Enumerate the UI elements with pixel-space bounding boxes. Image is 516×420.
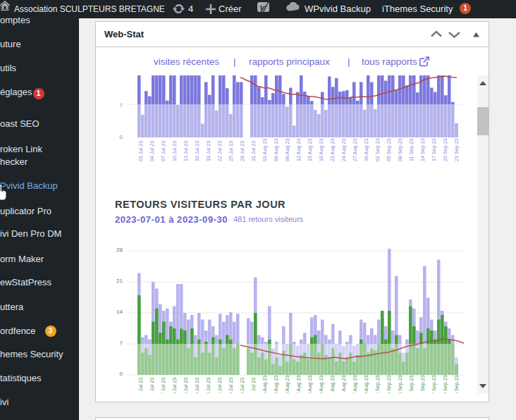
svg-text:08 Sep 23: 08 Sep 23 [397, 375, 403, 393]
svg-text:16 Jul 23: 16 Jul 23 [194, 378, 200, 393]
svg-text:03 Aug 23: 03 Aug 23 [262, 139, 268, 161]
svg-text:24 Aug 23: 24 Aug 23 [340, 139, 347, 161]
svg-text:17 Sep 23: 17 Sep 23 [431, 138, 437, 161]
svg-text:18 Jul 23: 18 Jul 23 [205, 141, 211, 161]
svg-text:11 Sep 23: 11 Sep 23 [408, 139, 414, 161]
svg-text:14 Sep 23: 14 Sep 23 [419, 375, 426, 393]
svg-text:28 Jul 23: 28 Jul 23 [239, 141, 245, 161]
svg-text:12 Aug 23: 12 Aug 23 [295, 139, 302, 161]
svg-text:y: y [259, 2, 266, 13]
svg-text:2023-07-01 à 2023-09-30: 2023-07-01 à 2023-09-30 [115, 214, 228, 225]
svg-text:20 Sep 23: 20 Sep 23 [442, 138, 448, 161]
svg-text:27 Aug 23: 27 Aug 23 [352, 376, 358, 393]
svg-text:02 Sep 23: 02 Sep 23 [374, 375, 381, 393]
svg-text:13 Jul 23: 13 Jul 23 [183, 378, 189, 393]
svg-text:25 Jul 23: 25 Jul 23 [228, 378, 234, 393]
svg-text:21 Aug 23: 21 Aug 23 [329, 139, 336, 161]
svg-text:24 Aug 23: 24 Aug 23 [340, 376, 347, 393]
svg-text:05 Sep 23: 05 Sep 23 [386, 375, 392, 393]
svg-text:08 Sep 23: 08 Sep 23 [397, 138, 403, 161]
svg-text:7: 7 [120, 340, 123, 346]
svg-text:22 Jul 23: 22 Jul 23 [216, 141, 223, 161]
svg-text:16 Jul 23: 16 Jul 23 [194, 141, 200, 161]
svg-text:17 Sep 23: 17 Sep 23 [431, 375, 437, 393]
svg-text:04 Jul 23: 04 Jul 23 [149, 141, 155, 161]
svg-text:12 Aug 23: 12 Aug 23 [295, 376, 302, 393]
svg-text:20 Sep 23: 20 Sep 23 [442, 375, 448, 393]
svg-text:0: 0 [120, 371, 123, 377]
svg-text:21 Aug 23: 21 Aug 23 [329, 376, 336, 393]
svg-text:02 Sep 23: 02 Sep 23 [374, 138, 381, 161]
svg-text:14: 14 [116, 309, 123, 315]
svg-text:08 Aug 23: 08 Aug 23 [284, 376, 290, 393]
svg-text:06 Aug 23: 06 Aug 23 [273, 139, 279, 161]
svg-text:03 Aug 23: 03 Aug 23 [262, 376, 268, 393]
svg-text:31 Jul 23: 31 Jul 23 [250, 378, 257, 393]
svg-text:15 Aug 23: 15 Aug 23 [307, 139, 313, 161]
svg-text:22 Jul 23: 22 Jul 23 [216, 378, 223, 393]
svg-text:15 Aug 23: 15 Aug 23 [307, 376, 313, 393]
svg-text:28: 28 [116, 247, 123, 253]
svg-text:14 Sep 23: 14 Sep 23 [419, 138, 426, 161]
svg-text:08 Aug 23: 08 Aug 23 [284, 139, 290, 161]
svg-text:27 Aug 23: 27 Aug 23 [352, 139, 358, 161]
svg-text:23 Sep 23: 23 Sep 23 [453, 375, 460, 393]
svg-text:481 retours visiteurs: 481 retours visiteurs [233, 215, 304, 223]
svg-text:10 Jul 23: 10 Jul 23 [171, 141, 178, 161]
svg-text:01 Jul 23: 01 Jul 23 [137, 141, 144, 161]
svg-text:28 Jul 23: 28 Jul 23 [239, 378, 245, 393]
svg-text:25 Jul 23: 25 Jul 23 [228, 141, 234, 161]
svg-text:01 Jul 23: 01 Jul 23 [137, 378, 144, 393]
svg-text:13 Jul 23: 13 Jul 23 [183, 141, 189, 161]
svg-text:11 Sep 23: 11 Sep 23 [408, 376, 414, 393]
svg-text:0: 0 [120, 134, 123, 140]
svg-text:18 Aug 23: 18 Aug 23 [318, 376, 324, 393]
svg-text:05 Sep 23: 05 Sep 23 [386, 138, 392, 161]
svg-text:23 Sep 23: 23 Sep 23 [453, 138, 460, 161]
svg-text:30 Aug 23: 30 Aug 23 [363, 139, 369, 161]
svg-text:07 Jul 23: 07 Jul 23 [160, 141, 166, 161]
svg-text:31 Jul 23: 31 Jul 23 [250, 141, 257, 161]
svg-text:07 Jul 23: 07 Jul 23 [160, 378, 166, 393]
svg-text:04 Jul 23: 04 Jul 23 [149, 378, 155, 393]
svg-text:30 Aug 23: 30 Aug 23 [363, 376, 369, 393]
svg-text:18 Aug 23: 18 Aug 23 [318, 139, 324, 161]
svg-text:10 Jul 23: 10 Jul 23 [171, 378, 178, 393]
svg-text:7: 7 [120, 102, 123, 109]
svg-text:RETOURS VISITEURS PAR JOUR: RETOURS VISITEURS PAR JOUR [115, 199, 285, 210]
svg-text:06 Aug 23: 06 Aug 23 [273, 376, 279, 393]
svg-text:21: 21 [116, 278, 123, 284]
svg-text:18 Jul 23: 18 Jul 23 [205, 378, 211, 393]
